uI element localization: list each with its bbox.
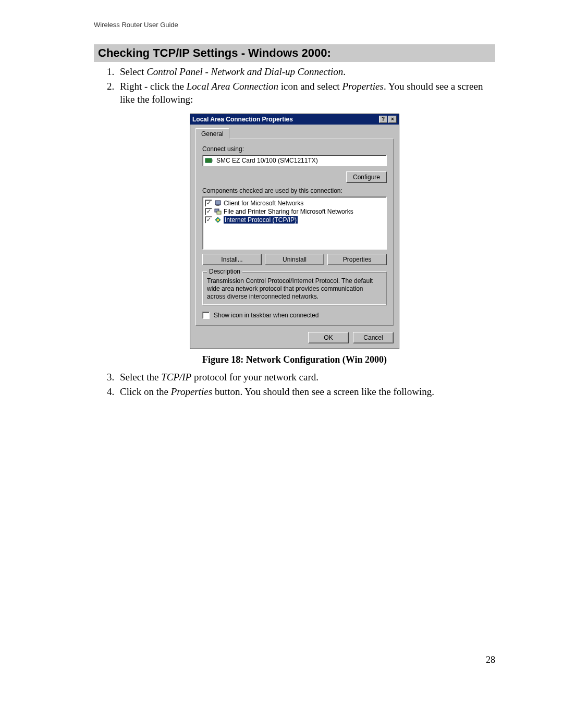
step-text: .	[343, 66, 346, 77]
component-buttons: Install... Uninstall Properties	[202, 254, 387, 265]
tab-general[interactable]: General	[195, 128, 229, 139]
figure: Local Area Connection Properties ? × Gen…	[94, 114, 495, 365]
checkbox-checked-icon[interactable]: ✓	[205, 208, 212, 215]
svg-rect-1	[212, 159, 213, 162]
svg-rect-0	[205, 158, 212, 163]
figure-caption: Figure 18: Network Configuration (Win 20…	[94, 354, 495, 365]
step-4: Click on the Properties button. You shou…	[117, 385, 495, 399]
step-em: Properties	[171, 386, 213, 397]
list-item-label: File and Printer Sharing for Microsoft N…	[224, 208, 353, 215]
svg-rect-5	[217, 211, 221, 214]
components-list[interactable]: ✓ Client for Microsoft Networks ✓ File a…	[202, 196, 387, 250]
step-em: Control Panel - Network and Dial-up Conn…	[146, 66, 343, 77]
step-3: Select the TCP/IP protocol for your netw…	[117, 371, 495, 384]
step-em: TCP/IP	[161, 372, 191, 382]
step-2: Right - click the Local Area Connection …	[117, 80, 495, 106]
step-text: protocol for your network card.	[191, 372, 319, 382]
step-text: Select the	[120, 372, 161, 382]
doc-header: Wireless Router User Guide	[94, 21, 495, 29]
checkbox-checked-icon[interactable]: ✓	[205, 200, 212, 207]
install-button[interactable]: Install...	[202, 254, 262, 265]
step-text: Right - click the	[120, 81, 187, 92]
adapter-field: SMC EZ Card 10/100 (SMC1211TX)	[202, 155, 387, 166]
svg-rect-3	[216, 205, 219, 206]
step-em: Properties	[342, 81, 384, 92]
list-item[interactable]: ✓ Client for Microsoft Networks	[205, 199, 384, 207]
step-text: Select	[120, 66, 146, 77]
step-text: icon and select	[278, 81, 342, 92]
adapter-name: SMC EZ Card 10/100 (SMC1211TX)	[216, 157, 318, 164]
close-button[interactable]: ×	[388, 116, 397, 123]
configure-button[interactable]: Configure	[346, 171, 387, 183]
list-item-label: Internet Protocol (TCP/IP)	[224, 216, 298, 224]
dialog-title: Local Area Connection Properties	[192, 116, 293, 123]
step-1: Select Control Panel - Network and Dial-…	[117, 65, 495, 79]
client-icon	[214, 200, 222, 207]
page-number: 28	[486, 655, 495, 665]
svg-rect-6	[217, 219, 219, 221]
checkbox-checked-icon[interactable]: ✓	[205, 216, 212, 224]
svg-rect-2	[215, 201, 221, 205]
description-title: Description	[207, 268, 242, 275]
titlebar-buttons: ? ×	[379, 116, 397, 123]
configure-row: Configure	[202, 171, 387, 183]
list-item[interactable]: ✓ File and Printer Sharing for Microsoft…	[205, 207, 384, 216]
tab-panel-general: Connect using: SMC EZ Card 10/100 (SMC12…	[195, 139, 394, 326]
step-em: Local Area Connection	[187, 81, 278, 92]
dialog-footer: OK Cancel	[195, 332, 394, 343]
properties-button[interactable]: Properties	[327, 254, 387, 265]
section-heading: Checking TCP/IP Settings - Windows 2000:	[94, 44, 495, 62]
protocol-icon	[214, 216, 222, 224]
taskbar-label: Show icon in taskbar when connected	[214, 312, 319, 319]
description-text: Transmission Control Protocol/Internet P…	[207, 277, 382, 301]
list-item-selected[interactable]: ✓ Internet Protocol (TCP/IP)	[205, 216, 384, 224]
checkbox-unchecked-icon[interactable]	[202, 312, 210, 319]
service-icon	[214, 208, 222, 215]
description-group: Description Transmission Control Protoco…	[202, 272, 387, 305]
step-text: Click on the	[120, 386, 171, 397]
nic-icon	[205, 157, 213, 164]
taskbar-option: Show icon in taskbar when connected	[202, 312, 387, 319]
dialog-local-area-connection: Local Area Connection Properties ? × Gen…	[190, 114, 399, 349]
dialog-titlebar[interactable]: Local Area Connection Properties ? ×	[190, 114, 399, 125]
page: Wireless Router User Guide Checking TCP/…	[0, 0, 563, 686]
dialog-body: General Connect using: SMC EZ Card 10/10…	[190, 125, 399, 349]
help-button[interactable]: ?	[379, 116, 387, 123]
step-text: button. You should then see a screen lik…	[212, 386, 434, 397]
ok-button[interactable]: OK	[308, 332, 349, 343]
uninstall-button[interactable]: Uninstall	[265, 254, 324, 265]
steps-list-1: Select Control Panel - Network and Dial-…	[94, 65, 495, 106]
steps-list-2: Select the TCP/IP protocol for your netw…	[94, 371, 495, 398]
components-label: Components checked are used by this conn…	[202, 187, 387, 194]
list-item-label: Client for Microsoft Networks	[224, 200, 303, 207]
connect-using-label: Connect using:	[202, 145, 387, 153]
cancel-button[interactable]: Cancel	[353, 332, 394, 343]
